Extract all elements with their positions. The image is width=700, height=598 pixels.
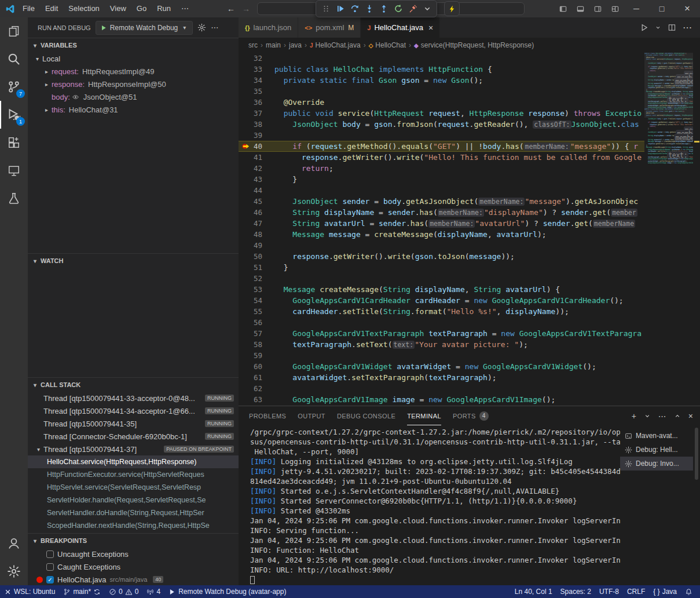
variable-row[interactable]: ▸request:HttpRequestImpl@49	[28, 65, 239, 78]
line-number[interactable]: 62	[239, 384, 274, 393]
code-line[interactable]: 40 if (request.getMethod().equals("GET")…	[239, 141, 644, 152]
minimap-slider[interactable]	[644, 53, 693, 118]
panel-tab-problems[interactable]: PROBLEMS	[249, 406, 286, 425]
line-number[interactable]: 37	[239, 109, 274, 118]
variables-scope-local[interactable]: ▾Local	[28, 52, 239, 65]
code-line[interactable]: 56	[239, 317, 644, 328]
line-number[interactable]: 54	[239, 296, 274, 305]
status-forwarded-ports[interactable]: 4	[142, 585, 164, 598]
minimize-button[interactable]: ─	[624, 0, 649, 17]
restart-button[interactable]	[391, 2, 405, 16]
nav-forward-icon[interactable]: →	[239, 4, 254, 13]
stack-frame[interactable]: HttpServlet.service(ServletRequest,Servl…	[28, 481, 239, 494]
split-editor[interactable]	[668, 23, 676, 32]
status-remote-indicator[interactable]: WSL: Ubuntu	[0, 585, 59, 598]
stack-frame[interactable]: HelloChat.service(HttpRequest,HttpRespon…	[28, 455, 239, 468]
code-line[interactable]: 39	[239, 130, 644, 141]
breakpoint-checkbox[interactable]	[46, 563, 54, 571]
code-line[interactable]: 33public class HelloChat implements Http…	[239, 64, 644, 75]
activity-extensions[interactable]	[0, 129, 28, 156]
terminal-output[interactable]: /grpc/grpc-context/1.27.2/grpc-context-1…	[239, 425, 620, 585]
activity-accounts[interactable]	[0, 530, 28, 557]
status-notifications[interactable]	[681, 585, 697, 598]
call-stack-pane-header[interactable]: ▾CALL STACK	[28, 378, 239, 392]
code-line[interactable]: 55 cardHeader.setTitle(String.format("He…	[239, 306, 644, 317]
breakpoints-pane-header[interactable]: ▾BREAKPOINTS	[28, 534, 239, 548]
drag-grip-button[interactable]	[319, 2, 332, 16]
code-line[interactable]: 32	[239, 53, 644, 64]
menu-overflow[interactable]: ⋯	[176, 0, 194, 17]
line-number[interactable]: 48	[239, 230, 274, 239]
panel-more-actions[interactable]: ⋯	[658, 411, 666, 421]
breakpoint-checkbox[interactable]: ✓	[46, 576, 54, 584]
line-number[interactable]: 35	[239, 87, 274, 96]
variables-pane-header[interactable]: ▾VARIABLES	[28, 38, 239, 52]
terminal-scrollbar[interactable]	[693, 425, 700, 585]
code-line[interactable]: 63 GoogleAppsCardV1Image image = new Goo…	[239, 394, 644, 405]
step-over-button[interactable]	[348, 2, 361, 16]
activity-settings[interactable]	[0, 557, 28, 585]
code-line[interactable]: 45 JsonObject sender = body.getAsJsonObj…	[239, 196, 644, 207]
code-line[interactable]: 41 response.getWriter().write("Hello! Th…	[239, 152, 644, 163]
activity-search[interactable]	[0, 45, 28, 73]
panel-tab-debug-console[interactable]: DEBUG CONSOLE	[337, 406, 395, 425]
code-line[interactable]: 54 GoogleAppsCardV1CardHeader cardHeader…	[239, 295, 644, 306]
step-into-button[interactable]	[362, 2, 376, 16]
code-line[interactable]: 47 String avatarUrl = sender.has(memberN…	[239, 218, 644, 229]
code-line[interactable]: 44	[239, 185, 644, 196]
call-stack-thread[interactable]: ▾Thread [qtp1500079441-33-acceptor-0@48.…	[28, 392, 239, 404]
code-line[interactable]: 42 return;	[239, 163, 644, 174]
stack-frame[interactable]: ScopedHandler.nextHandle(String,Request,…	[28, 519, 239, 532]
layout-sidebar-left-toggle[interactable]	[554, 0, 571, 17]
maximize-button[interactable]: □	[649, 0, 675, 17]
continue-button[interactable]	[333, 2, 347, 16]
line-number[interactable]: 47	[239, 219, 274, 228]
menu-view[interactable]: View	[105, 0, 131, 17]
code-line[interactable]: 35	[239, 86, 644, 97]
call-stack-thread[interactable]: ▾Thread [qtp1500079441-35]RUNNING	[28, 417, 239, 430]
terminal-list-item[interactable]: Debug: Invo...	[620, 457, 693, 471]
breadcrumb-item[interactable]: main	[266, 41, 281, 49]
code-line[interactable]: 53 Message createMessage(String displayN…	[239, 284, 644, 295]
code-line[interactable]: 46 String displayName = sender.has(membe…	[239, 207, 644, 218]
line-number[interactable]: 58	[239, 340, 274, 349]
line-number[interactable]: 46	[239, 208, 274, 217]
stack-frame[interactable]: HttpFunctionExecutor.service(HttpServlet…	[28, 468, 239, 481]
code-line[interactable]: 38 JsonObject body = gson.fromJson(reque…	[239, 119, 644, 130]
status-debug-session[interactable]: Remote Watch Debug (avatar-app)	[164, 585, 290, 598]
session-dropdown-button[interactable]	[420, 2, 434, 16]
menu-file[interactable]: File	[17, 0, 40, 17]
code-line[interactable]: 50 response.getWriter().write(gson.toJso…	[239, 251, 644, 262]
line-number[interactable]: 43	[239, 175, 274, 184]
code-line[interactable]: 58 textParagraph.setText(text:"Your avat…	[239, 339, 644, 350]
overview-ruler[interactable]	[693, 53, 700, 406]
command-center[interactable]	[257, 2, 525, 15]
call-stack-thread[interactable]: ▾Thread [qtp1500079441-37]PAUSED ON BREA…	[28, 443, 239, 455]
code-line[interactable]: 60 GoogleAppsCardV1Widget avatarWidget =…	[239, 361, 644, 372]
code-line[interactable]: 52	[239, 273, 644, 284]
breadcrumb-item[interactable]: JHelloChat.java	[310, 41, 361, 49]
line-number[interactable]: 42	[239, 164, 274, 173]
tab-pom-xml[interactable]: <>pom.xmlM	[298, 17, 361, 38]
tab-launch-json[interactable]: {}launch.json	[239, 17, 298, 38]
menu-edit[interactable]: Edit	[40, 0, 63, 17]
line-number[interactable]: 44	[239, 186, 274, 195]
code-line[interactable]: 61 avatarWidget.setTextParagraph(textPar…	[239, 372, 644, 383]
code-editor[interactable]: 3233public class HelloChat implements Ht…	[239, 53, 700, 406]
code-line[interactable]: 62	[239, 383, 644, 394]
line-number[interactable]: 60	[239, 362, 274, 371]
line-number[interactable]: 57	[239, 329, 274, 338]
line-number[interactable]: 36	[239, 98, 274, 107]
nav-back-icon[interactable]: ←	[223, 4, 239, 13]
code-line[interactable]: 57 GoogleAppsCardV1TextParagraph textPar…	[239, 328, 644, 339]
activity-source-control[interactable]: 7	[0, 73, 28, 101]
breadcrumb-item[interactable]: src	[248, 41, 258, 49]
status-git-branch[interactable]: main*	[59, 585, 105, 598]
menu-selection[interactable]: Selection	[63, 0, 104, 17]
line-number[interactable]: 49	[239, 241, 274, 250]
code-line[interactable]: 48 Message message = createMessage(displ…	[239, 229, 644, 240]
activity-testing[interactable]	[0, 184, 28, 212]
status-eol[interactable]: CRLF	[623, 585, 649, 598]
terminal-profile-dropdown[interactable]	[644, 413, 651, 420]
line-number[interactable]: 56	[239, 318, 274, 327]
